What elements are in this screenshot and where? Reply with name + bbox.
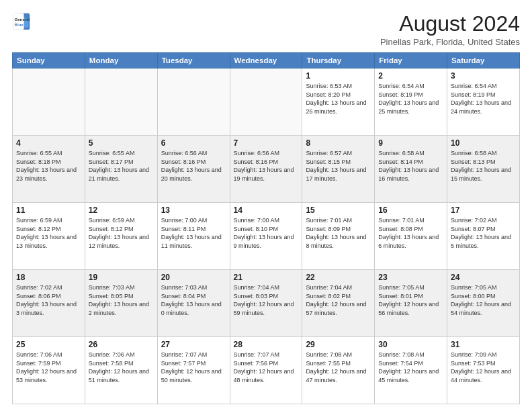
calendar-header-row: Sunday Monday Tuesday Wednesday Thursday… (13, 53, 520, 68)
table-row: 21Sunrise: 7:04 AM Sunset: 8:03 PM Dayli… (230, 270, 302, 337)
calendar-week-row: 11Sunrise: 6:59 AM Sunset: 8:12 PM Dayli… (13, 203, 520, 270)
day-info: Sunrise: 7:03 AM Sunset: 8:05 PM Dayligh… (89, 283, 154, 317)
day-info: Sunrise: 7:02 AM Sunset: 8:06 PM Dayligh… (16, 283, 81, 317)
table-row: 22Sunrise: 7:04 AM Sunset: 8:02 PM Dayli… (302, 270, 375, 337)
day-info: Sunrise: 7:06 AM Sunset: 7:59 PM Dayligh… (16, 351, 81, 384)
day-number: 3 (451, 71, 516, 81)
calendar-week-row: 18Sunrise: 7:02 AM Sunset: 8:06 PM Dayli… (13, 270, 520, 337)
day-info: Sunrise: 7:02 AM Sunset: 8:07 PM Dayligh… (451, 216, 516, 250)
day-number: 14 (234, 205, 299, 215)
table-row: 1Sunrise: 6:53 AM Sunset: 8:20 PM Daylig… (302, 68, 375, 136)
day-info: Sunrise: 6:58 AM Sunset: 8:13 PM Dayligh… (451, 149, 516, 183)
page: General Blue August 2024 Pinellas Park, … (0, 0, 532, 411)
table-row: 29Sunrise: 7:08 AM Sunset: 7:55 PM Dayli… (302, 337, 375, 404)
table-row: 13Sunrise: 7:00 AM Sunset: 8:11 PM Dayli… (157, 203, 230, 270)
table-row: 17Sunrise: 7:02 AM Sunset: 8:07 PM Dayli… (447, 203, 520, 270)
day-number: 12 (89, 205, 154, 215)
day-info: Sunrise: 7:03 AM Sunset: 8:04 PM Dayligh… (161, 283, 226, 317)
table-row: 27Sunrise: 7:07 AM Sunset: 7:57 PM Dayli… (157, 337, 230, 404)
table-row: 12Sunrise: 6:59 AM Sunset: 8:12 PM Dayli… (85, 203, 157, 270)
table-row: 7Sunrise: 6:56 AM Sunset: 8:16 PM Daylig… (230, 136, 302, 203)
table-row: 4Sunrise: 6:55 AM Sunset: 8:18 PM Daylig… (13, 136, 85, 203)
logo: General Blue (12, 12, 31, 31)
table-row: 9Sunrise: 6:58 AM Sunset: 8:14 PM Daylig… (375, 136, 447, 203)
day-number: 7 (234, 138, 299, 148)
day-number: 28 (234, 340, 299, 349)
logo-icon: General Blue (12, 12, 31, 31)
table-row: 8Sunrise: 6:57 AM Sunset: 8:15 PM Daylig… (302, 136, 375, 203)
day-info: Sunrise: 6:54 AM Sunset: 8:19 PM Dayligh… (451, 82, 516, 116)
day-number: 17 (451, 205, 516, 215)
table-row: 16Sunrise: 7:01 AM Sunset: 8:08 PM Dayli… (375, 203, 447, 270)
day-info: Sunrise: 7:06 AM Sunset: 7:58 PM Dayligh… (89, 351, 154, 384)
svg-text:Blue: Blue (15, 22, 24, 27)
day-info: Sunrise: 6:57 AM Sunset: 8:15 PM Dayligh… (306, 149, 371, 183)
day-info: Sunrise: 6:56 AM Sunset: 8:16 PM Dayligh… (161, 149, 226, 183)
day-number: 29 (306, 340, 371, 349)
day-number: 25 (16, 340, 81, 349)
day-number: 31 (451, 340, 516, 349)
day-number: 21 (234, 273, 299, 282)
subtitle: Pinellas Park, Florida, United States (380, 37, 520, 47)
day-info: Sunrise: 7:07 AM Sunset: 7:57 PM Dayligh… (161, 351, 226, 384)
col-monday: Monday (85, 53, 157, 68)
day-number: 23 (378, 273, 443, 282)
day-info: Sunrise: 7:08 AM Sunset: 7:54 PM Dayligh… (378, 351, 443, 384)
day-number: 13 (161, 205, 226, 215)
day-number: 16 (378, 205, 443, 215)
table-row: 26Sunrise: 7:06 AM Sunset: 7:58 PM Dayli… (85, 337, 157, 404)
table-row: 20Sunrise: 7:03 AM Sunset: 8:04 PM Dayli… (157, 270, 230, 337)
col-thursday: Thursday (302, 53, 375, 68)
day-number: 2 (378, 71, 443, 81)
day-number: 27 (161, 340, 226, 349)
day-number: 11 (16, 205, 81, 215)
day-number: 1 (306, 71, 371, 81)
table-row (13, 68, 85, 136)
table-row: 2Sunrise: 6:54 AM Sunset: 8:19 PM Daylig… (375, 68, 447, 136)
day-info: Sunrise: 7:04 AM Sunset: 8:03 PM Dayligh… (234, 283, 299, 317)
table-row: 5Sunrise: 6:55 AM Sunset: 8:17 PM Daylig… (85, 136, 157, 203)
col-sunday: Sunday (13, 53, 85, 68)
table-row (157, 68, 230, 136)
table-row: 28Sunrise: 7:07 AM Sunset: 7:56 PM Dayli… (230, 337, 302, 404)
table-row (85, 68, 157, 136)
day-number: 30 (378, 340, 443, 349)
table-row: 14Sunrise: 7:00 AM Sunset: 8:10 PM Dayli… (230, 203, 302, 270)
main-title: August 2024 (380, 12, 520, 36)
col-wednesday: Wednesday (230, 53, 302, 68)
day-info: Sunrise: 6:58 AM Sunset: 8:14 PM Dayligh… (378, 149, 443, 183)
day-info: Sunrise: 7:05 AM Sunset: 8:01 PM Dayligh… (378, 283, 443, 317)
table-row: 23Sunrise: 7:05 AM Sunset: 8:01 PM Dayli… (375, 270, 447, 337)
day-info: Sunrise: 7:00 AM Sunset: 8:10 PM Dayligh… (234, 216, 299, 250)
table-row: 19Sunrise: 7:03 AM Sunset: 8:05 PM Dayli… (85, 270, 157, 337)
day-number: 20 (161, 273, 226, 282)
day-info: Sunrise: 6:55 AM Sunset: 8:17 PM Dayligh… (89, 149, 154, 183)
table-row: 25Sunrise: 7:06 AM Sunset: 7:59 PM Dayli… (13, 337, 85, 404)
title-block: August 2024 Pinellas Park, Florida, Unit… (380, 12, 520, 47)
calendar-table: Sunday Monday Tuesday Wednesday Thursday… (12, 52, 520, 404)
day-info: Sunrise: 6:56 AM Sunset: 8:16 PM Dayligh… (234, 149, 299, 183)
day-number: 6 (161, 138, 226, 148)
day-number: 24 (451, 273, 516, 282)
table-row: 6Sunrise: 6:56 AM Sunset: 8:16 PM Daylig… (157, 136, 230, 203)
day-number: 9 (378, 138, 443, 148)
day-number: 4 (16, 138, 81, 148)
day-info: Sunrise: 7:05 AM Sunset: 8:00 PM Dayligh… (451, 283, 516, 317)
day-number: 19 (89, 273, 154, 282)
col-saturday: Saturday (447, 53, 520, 68)
day-info: Sunrise: 7:01 AM Sunset: 8:09 PM Dayligh… (306, 216, 371, 250)
day-number: 26 (89, 340, 154, 349)
table-row: 11Sunrise: 6:59 AM Sunset: 8:12 PM Dayli… (13, 203, 85, 270)
day-info: Sunrise: 6:55 AM Sunset: 8:18 PM Dayligh… (16, 149, 81, 183)
col-friday: Friday (375, 53, 447, 68)
header: General Blue August 2024 Pinellas Park, … (12, 12, 520, 47)
day-info: Sunrise: 7:01 AM Sunset: 8:08 PM Dayligh… (378, 216, 443, 250)
day-info: Sunrise: 6:59 AM Sunset: 8:12 PM Dayligh… (16, 216, 81, 250)
day-info: Sunrise: 6:53 AM Sunset: 8:20 PM Dayligh… (306, 82, 371, 116)
day-info: Sunrise: 7:00 AM Sunset: 8:11 PM Dayligh… (161, 216, 226, 250)
day-info: Sunrise: 7:04 AM Sunset: 8:02 PM Dayligh… (306, 283, 371, 317)
day-number: 10 (451, 138, 516, 148)
day-number: 8 (306, 138, 371, 148)
day-number: 22 (306, 273, 371, 282)
table-row (230, 68, 302, 136)
